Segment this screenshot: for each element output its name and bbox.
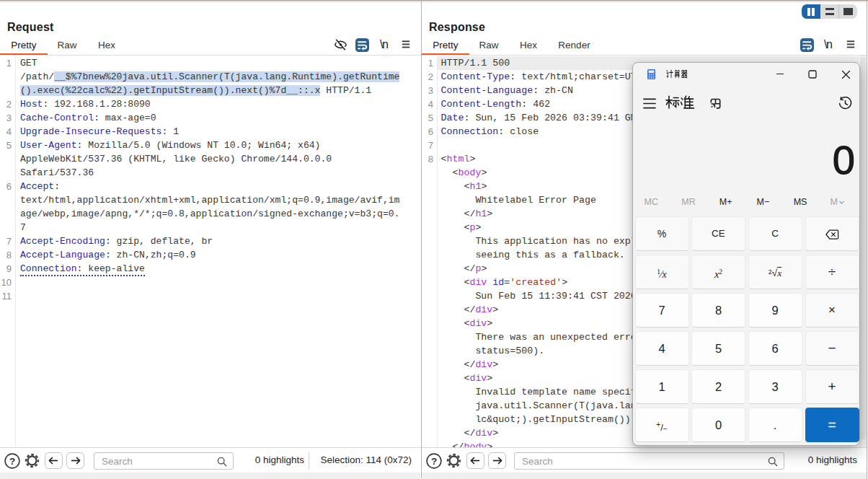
- svg-text:?: ?: [9, 455, 14, 466]
- svg-text:?: ?: [430, 455, 436, 466]
